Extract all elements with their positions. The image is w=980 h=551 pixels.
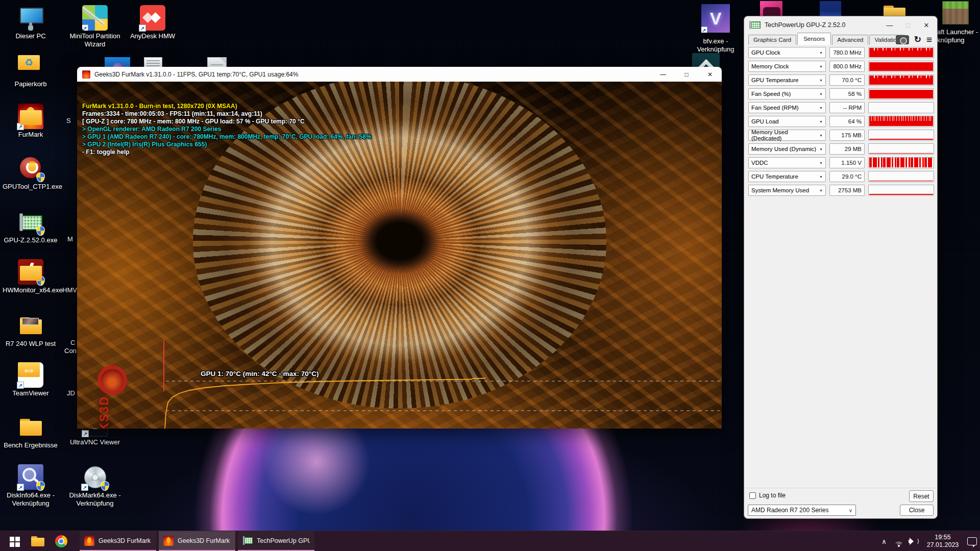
sensor-value: 800.0 MHz [829, 61, 865, 72]
sensor-value: -- RPM [829, 102, 865, 113]
gpuz-tab[interactable]: Graphics Card [748, 35, 796, 45]
sensor-history-graph [868, 102, 934, 113]
desktop-icon-label: TeamViewer [3, 389, 59, 397]
sensor-history-graph [868, 143, 934, 155]
desktop-icon[interactable]: DiskMark64.exe - Verknüpfung [67, 464, 123, 508]
sensor-name-dropdown[interactable]: System Memory Used ▼ [748, 185, 826, 196]
taskbar-window-button[interactable]: Geeks3D FurMark 1... [80, 531, 156, 551]
sensor-history-graph [868, 157, 934, 168]
folder-icon [31, 536, 44, 546]
shortcut-arrow-icon [82, 430, 89, 437]
sensor-history-graph [868, 74, 934, 86]
uac-shield-icon [36, 226, 45, 236]
sensor-row: GPU Temperature ▼ 70.0 °C [748, 74, 934, 86]
sensor-name-dropdown[interactable]: Fan Speed (%) ▼ [748, 88, 826, 99]
desktop-icon-label: Dieser PC [3, 32, 59, 40]
desktop-icon[interactable]: GPUTool_CTP1.exe [3, 156, 59, 191]
gpuz-titlebar[interactable]: TechPowerUp GPU-Z 2.52.0 — □ ✕ [744, 16, 937, 34]
desktop-icon[interactable]: Dieser PC [3, 5, 59, 40]
hamburger-menu-icon[interactable]: ≡ [926, 35, 932, 44]
osd-line: > OpenGL renderer: AMD Radeon R7 200 Ser… [82, 126, 372, 133]
sensor-name-dropdown[interactable]: Fan Speed (RPM) ▼ [748, 102, 826, 113]
sensor-name-dropdown[interactable]: Memory Used (Dynamic) ▼ [748, 143, 826, 155]
sensor-row: VDDC ▼ 1.150 V [748, 157, 934, 168]
maximize-button[interactable]: □ [902, 21, 914, 29]
sensor-name-dropdown[interactable]: GPU Clock ▼ [748, 47, 826, 58]
desktop-icon[interactable]: DiskInfo64.exe - Verknüpfung [3, 464, 59, 508]
desktop-icon-art [82, 464, 108, 490]
pink-app-icon[interactable] [760, 1, 782, 17]
reset-button[interactable]: Reset [909, 490, 934, 502]
desktop-icon[interactable]: FurMark [3, 104, 59, 139]
dropdown-arrow-icon: ▼ [819, 147, 823, 151]
sensor-value: 1.150 V [829, 157, 865, 168]
close-button[interactable]: ✕ [921, 21, 932, 29]
wifi-icon[interactable] [894, 538, 904, 545]
sensor-history-graph [868, 116, 934, 127]
maximize-button[interactable]: □ [675, 67, 698, 82]
desktop-icon[interactable]: MiniTool Partition Wizard [67, 5, 123, 48]
sensor-row: GPU Load ▼ 64 % [748, 116, 934, 127]
desktop-icon[interactable]: R7 240 WLP test [3, 313, 59, 348]
taskbar-window-button[interactable]: TechPowerUp GPU-... [238, 531, 314, 551]
sensor-value: 64 % [829, 116, 865, 127]
start-button[interactable] [4, 531, 24, 551]
gpu-temperature-graph: GPU 1: 70°C (min: 42°C - max: 70°C) [159, 336, 722, 429]
date: 27.01.2023 [927, 541, 959, 548]
gpu-select-dropdown[interactable]: AMD Radeon R7 200 Series ∨ [748, 505, 856, 516]
bfv-shortcut-icon[interactable]: V [701, 4, 730, 33]
combo-chevron-icon: ∨ [849, 508, 852, 513]
gpuz-tab[interactable]: Sensors [797, 33, 831, 45]
desktop-icon[interactable]: HWMonitor_x64.exe [3, 259, 59, 294]
desktop-icon[interactable]: Bench Ergebnisse [3, 414, 59, 449]
minecraft-launcher-icon[interactable] [942, 1, 969, 24]
desktop-icon[interactable]: TeamViewer [3, 362, 59, 397]
uac-shield-icon [101, 481, 109, 491]
refresh-icon[interactable]: ↻ [914, 35, 921, 44]
taskbar-clock[interactable]: 19:55 27.01.2023 [922, 534, 963, 549]
screenshot-camera-icon[interactable] [896, 35, 909, 44]
chrome-button[interactable] [51, 531, 71, 551]
desktop-icon[interactable]: Papierkorb [3, 53, 59, 88]
sensor-name-dropdown[interactable]: Memory Used (Dedicated) ▼ [748, 130, 826, 141]
close-button-bottom[interactable]: Close [900, 505, 934, 516]
sensor-list: GPU Clock ▼ 780.0 MHz Memory Clock ▼ 800… [748, 47, 934, 198]
desktop-icon-art [18, 259, 43, 285]
desktop-icon[interactable]: AnyDesk HMW [125, 5, 181, 40]
sensor-history-graph [868, 130, 934, 141]
sensor-name-dropdown[interactable]: GPU Temperature ▼ [748, 74, 826, 86]
desktop-icon-label: HWMonitor_x64.exe [3, 286, 59, 294]
minimize-button[interactable]: — [651, 67, 675, 82]
furmark-app-icon [82, 70, 90, 79]
taskbar-app-icon [163, 536, 174, 546]
notification-center-icon[interactable] [967, 537, 977, 545]
dropdown-arrow-icon: ▼ [819, 134, 823, 137]
sensor-name-dropdown[interactable]: VDDC ▼ [748, 157, 826, 168]
speaker-icon[interactable] [908, 537, 918, 545]
sensor-row: Memory Clock ▼ 800.0 MHz [748, 61, 934, 72]
gpuz-tab[interactable]: Advanced [832, 35, 868, 45]
minimize-button[interactable]: — [884, 21, 895, 29]
system-tray: ∧ 19:55 27.01.2023 [878, 531, 980, 551]
file-explorer-button[interactable] [28, 531, 48, 551]
uac-shield-icon [36, 481, 45, 491]
clipped-label-fragment: S [66, 117, 71, 124]
desktop-icon-art [18, 209, 43, 235]
desktop-icon[interactable]: GPU-Z.2.52.0.exe [3, 209, 59, 244]
dropdown-arrow-icon: ▼ [819, 79, 823, 82]
taskbar-window-button[interactable]: Geeks3D FurMark v... [159, 531, 235, 551]
log-to-file-checkbox[interactable] [749, 492, 756, 499]
tray-chevron-icon[interactable]: ∧ [878, 538, 890, 545]
sensor-name-dropdown[interactable]: GPU Load ▼ [748, 116, 826, 127]
sensor-name-dropdown[interactable]: CPU Temperature ▼ [748, 171, 826, 182]
desktop-icon-label: FurMark [3, 131, 59, 139]
desktop-icon-art [18, 5, 43, 31]
close-button[interactable]: ✕ [698, 67, 722, 82]
furmark-titlebar[interactable]: Geeks3D FurMark v1.31.0.0 - 11FPS, GPU1 … [77, 67, 722, 82]
graph-label: GPU 1: 70°C (min: 42°C - max: 70°C) [201, 370, 319, 378]
desktop-icon-label: GPU-Z.2.52.0.exe [3, 236, 59, 244]
minecraft-launcher-label: aft Launcher - knüpfung [937, 28, 980, 44]
sensor-name-dropdown[interactable]: Memory Clock ▼ [748, 61, 826, 72]
blue-app-icon[interactable] [820, 1, 841, 17]
desktop-icon-art [18, 313, 43, 338]
